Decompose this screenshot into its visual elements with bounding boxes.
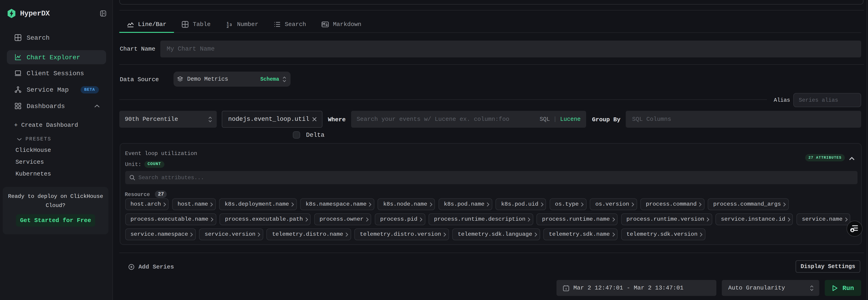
svg-text:2: 2: [227, 25, 229, 28]
svg-text:3: 3: [230, 23, 232, 27]
